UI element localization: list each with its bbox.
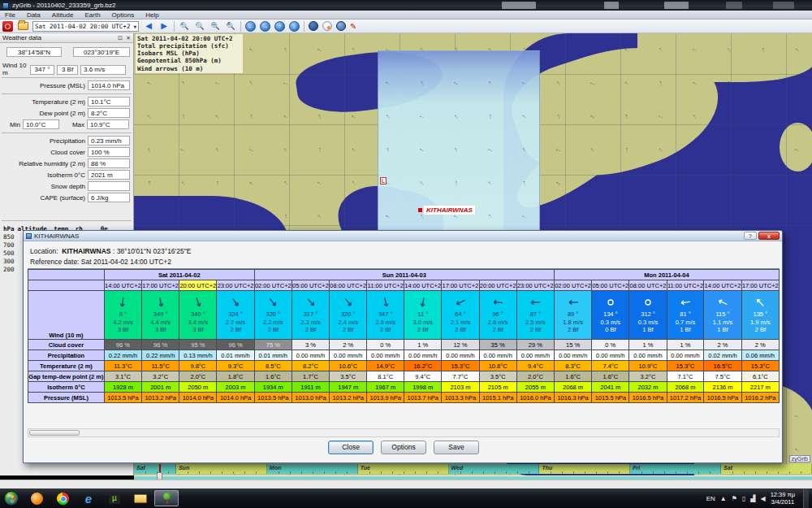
save-button[interactable]: Save [434, 441, 479, 454]
timeline-day-segment[interactable]: Tue [358, 464, 449, 474]
date-selector[interactable]: Sat 2011-04-02 20:00 UTC+2 ▼ [32, 21, 139, 32]
taskbar-clock[interactable]: 12:39 πμ 3/4/2011 [771, 491, 798, 506]
wind-dir: 87 ° [517, 310, 554, 318]
precipitation-cell: 0.00 mm/h [330, 350, 367, 361]
volume-icon[interactable]: ◀ [760, 495, 765, 502]
taskbar-firefox-icon[interactable] [24, 490, 49, 506]
pan-left-icon[interactable]: ← [245, 21, 256, 32]
float-panel-icon[interactable]: ⊡ [118, 35, 123, 41]
timeline-day-segment[interactable]: Sat [721, 464, 812, 474]
wind-dir: 96 ° [480, 310, 516, 318]
pen-icon[interactable]: ✎ [350, 22, 356, 31]
menu-altitude[interactable]: Altitude [52, 11, 74, 19]
cloud-cell: 15 % [554, 340, 591, 350]
precipitation-cell: 0.00 mm/h [442, 350, 479, 361]
cloud-cell: 29 % [516, 340, 554, 350]
dialog-help-button[interactable]: ? [744, 232, 757, 240]
taskbar-zygrib-icon[interactable] [154, 490, 179, 506]
wind-cell: 320 °2.4 m/s2 Bf [330, 291, 367, 340]
timeline-bar[interactable]: SatSunMonTueWedThuFriSat [134, 464, 812, 475]
pressure-cell: 1014.0 hPa [217, 393, 254, 403]
dialog-titlebar[interactable]: KITHAIRWNAS ? x [24, 231, 782, 241]
menu-options[interactable]: Options [112, 11, 135, 19]
wind-spd: 2.4 m/s [330, 319, 366, 326]
taskbar-folder-icon[interactable] [128, 490, 153, 506]
show-desktop-button[interactable] [803, 488, 809, 508]
zoom-out-icon[interactable]: 🔍− [194, 21, 205, 32]
timeline-day-segment[interactable]: Mon [267, 464, 358, 474]
power-icon[interactable]: ▯ [742, 495, 745, 502]
previous-timestep-button[interactable]: ◀ [143, 21, 154, 32]
meteotable-time-header: 02:00 UTC+2 [254, 280, 292, 291]
toolbar-separator [240, 21, 241, 32]
dialog-close-button[interactable]: x [758, 232, 780, 240]
globe-icon[interactable] [309, 21, 318, 31]
gap-cell: 7.5°C [704, 371, 741, 382]
zoom-select-icon[interactable]: 🔍A [225, 21, 236, 32]
zoom-fit-icon[interactable]: 🔍▭ [209, 21, 221, 32]
gap-cell: 3.1°C [104, 371, 141, 382]
location-marker[interactable]: KITHAIRWNAS [418, 206, 475, 215]
precipitation-cell: 0.01 mm/h [254, 350, 292, 361]
scrollbar-thumb[interactable] [29, 430, 80, 436]
isotherm-cell: 1911 m [292, 382, 329, 393]
temperature-cell: 11.3°C [104, 361, 141, 371]
timeline-day-segment[interactable]: Fri [630, 464, 721, 474]
zygrib-logo-icon[interactable] [2, 21, 13, 32]
timeline-day-segment[interactable]: Wed [449, 464, 540, 474]
pan-up-icon[interactable]: ↑ [274, 21, 285, 32]
wind-cell: 340 °3.4 m/s3 Bf [179, 291, 217, 340]
zoom-in-icon[interactable]: 🔍+ [179, 21, 190, 32]
next-timestep-button[interactable]: ▶ [158, 21, 170, 32]
options-button[interactable]: Options [381, 441, 426, 454]
start-button[interactable] [4, 491, 19, 506]
timeline-tick [607, 471, 608, 474]
meteotable-time-header: 11:00 UTC+2 [367, 280, 404, 291]
taskbar-chrome-icon[interactable] [50, 490, 75, 506]
isotherm-cell: 1928 m [104, 382, 141, 393]
timeline-tick [244, 471, 245, 474]
wind-dir: 320 ° [255, 310, 292, 318]
timeline-tick [279, 471, 279, 474]
close-panel-icon[interactable]: ✕ [126, 35, 131, 41]
hidden-icons-chevron-icon[interactable]: ▲ [720, 495, 727, 502]
zygrib-application: zyGrib - 20110402_233359_grb.bz2 File Da… [0, 0, 812, 508]
alt-table-cell: 200 [3, 266, 18, 274]
taskbar-utorrent-icon[interactable]: µ [102, 490, 127, 506]
temperature-cell: 10.9°C [629, 361, 667, 371]
wind-direction-arrow-icon [266, 296, 279, 309]
menu-data[interactable]: Data [27, 11, 41, 19]
gap-cell: 3.2°C [142, 371, 179, 382]
wind-spd: 0.3 m/s [629, 319, 666, 326]
language-indicator[interactable]: EN [706, 495, 715, 502]
chevron-down-icon: ▼ [133, 24, 136, 29]
network-icon[interactable]: ▟ [750, 495, 755, 502]
timeline-day-segment[interactable]: Sat [134, 464, 176, 474]
temperature-cell: 16.2°C [404, 361, 442, 371]
open-file-icon[interactable] [18, 22, 28, 30]
pan-right-icon[interactable]: → [260, 21, 270, 32]
wind-cell: 96 °2.6 m/s2 Bf [479, 291, 516, 340]
wind-dir: 81 ° [667, 310, 704, 318]
snowdepth-label: Snow depth [0, 183, 88, 190]
precipitation-label: Precipitation [0, 137, 88, 145]
cape-value: 6 J/kg [88, 193, 130, 202]
dewpoint-label: Dew point (2 m) [0, 110, 88, 117]
temperature-value: 10.1°C [88, 97, 130, 106]
close-button[interactable]: Close [328, 441, 374, 454]
window-titlebar[interactable]: zyGrib - 20110402_233359_grb.bz2 [0, 0, 812, 11]
horizontal-scrollbar[interactable] [28, 428, 780, 437]
menu-file[interactable]: File [5, 11, 15, 19]
timeline-day-segment[interactable]: Thu [539, 464, 630, 474]
taskbar-ie-icon[interactable]: e [76, 490, 101, 506]
menu-help[interactable]: Help [145, 11, 158, 19]
menu-earth[interactable]: Earth [84, 11, 100, 19]
temperature-cell: 15.3°C [741, 361, 779, 371]
cloud-cell: 12 % [442, 340, 479, 350]
earth-view-icon[interactable] [336, 21, 346, 31]
action-center-flag-icon[interactable]: ⚑ [732, 495, 737, 502]
meteotable-row-label: Pressure (MSL) [28, 393, 105, 403]
show-colors-icon[interactable] [322, 21, 332, 31]
pan-down-icon[interactable]: ↓ [289, 21, 300, 32]
timeline-day-segment[interactable]: Sun [176, 464, 267, 474]
